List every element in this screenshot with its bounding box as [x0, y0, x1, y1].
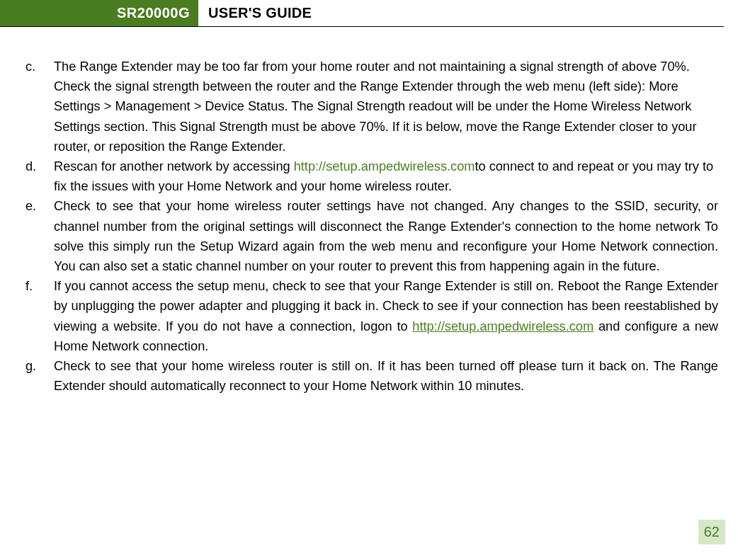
header-bar: SR20000G USER'S GUIDE [0, 0, 724, 27]
list-item-g: g. Check to see that your home wireless … [20, 356, 718, 396]
item-marker: g. [20, 356, 54, 396]
doc-title-text: USER'S GUIDE [208, 5, 312, 21]
setup-link[interactable]: http://setup.ampedwireless.com [412, 319, 594, 333]
doc-title: USER'S GUIDE [198, 0, 312, 26]
page-number: 62 [698, 520, 725, 544]
page-number-value: 62 [704, 524, 720, 539]
list-item-f: f. If you cannot access the setup menu, … [20, 276, 718, 356]
item-body: The Range Extender may be too far from y… [54, 57, 718, 156]
page-content: c. The Range Extender may be too far fro… [0, 27, 738, 396]
item-body: Check to see that your home wireless rou… [54, 196, 718, 276]
item-marker: e. [20, 196, 54, 276]
item-marker: c. [20, 57, 54, 156]
item-body: If you cannot access the setup menu, che… [54, 276, 718, 356]
item-body: Check to see that your home wireless rou… [54, 356, 718, 396]
item-marker: d. [20, 156, 54, 196]
item-text-pre: Rescan for another network by accessing [54, 159, 294, 173]
list-item-c: c. The Range Extender may be too far fro… [20, 57, 718, 156]
list-item-e: e. Check to see that your home wireless … [20, 196, 718, 276]
item-body: Rescan for another network by accessing … [54, 156, 718, 196]
list-item-d: d. Rescan for another network by accessi… [20, 156, 718, 196]
setup-link[interactable]: http://setup.ampedwireless.com [294, 159, 475, 173]
product-label: SR20000G [117, 5, 190, 21]
product-badge: SR20000G [0, 0, 198, 26]
item-marker: f. [20, 276, 54, 356]
